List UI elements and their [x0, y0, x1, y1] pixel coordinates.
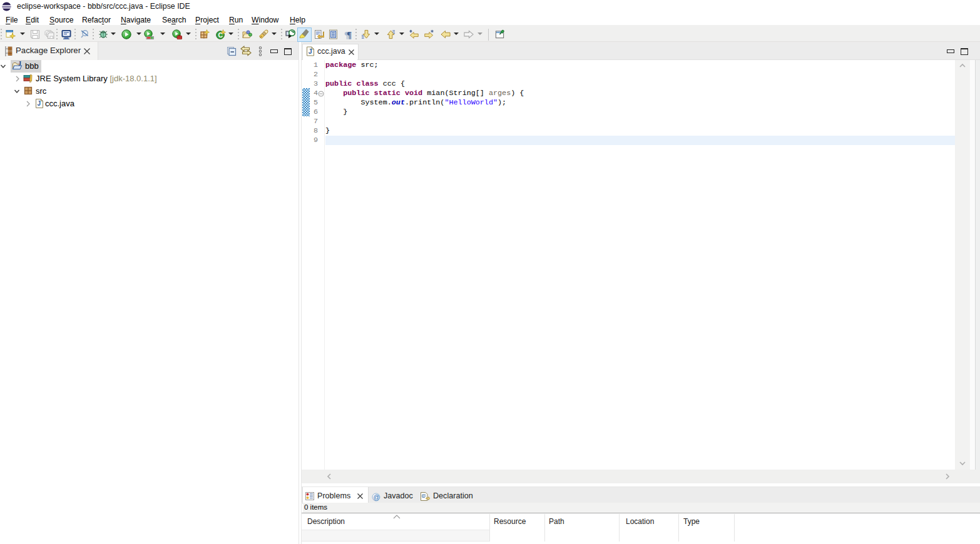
- svg-text:J: J: [18, 61, 21, 67]
- svg-text:@: @: [374, 494, 380, 501]
- svg-text:J: J: [309, 48, 312, 55]
- svg-text:J: J: [38, 100, 41, 107]
- svg-text:¶: ¶: [347, 30, 352, 39]
